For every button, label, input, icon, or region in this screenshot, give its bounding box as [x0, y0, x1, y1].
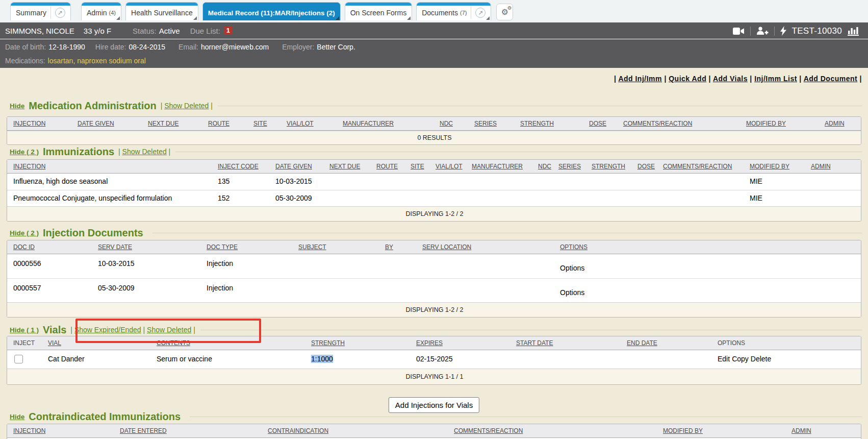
show-deleted-link[interactable]: Show Deleted	[122, 148, 167, 156]
column-header-ndc[interactable]: NDC	[433, 117, 468, 131]
medication-link[interactable]: naproxen sodium oral	[77, 57, 146, 65]
column-header-comments-reaction[interactable]: COMMENTS/REACTION	[617, 117, 740, 131]
table-cell: EditCopyDelete	[711, 350, 861, 369]
action-link-add-inj-imm[interactable]: Add Inj/Imm	[618, 75, 662, 83]
delete-link[interactable]: Delete	[751, 355, 771, 363]
table-cell	[7, 350, 42, 369]
hide-link-vials[interactable]: Hide ( 1 )	[10, 326, 39, 334]
divider	[774, 27, 775, 36]
action-link-inj-imm-list[interactable]: Inj/Imm List	[754, 75, 797, 83]
column-header-comments-reaction[interactable]: COMMENTS/REACTION	[657, 160, 744, 174]
tab-divider	[50, 7, 51, 19]
column-header-date-given[interactable]: DATE GIVEN	[71, 117, 142, 131]
hide-link-medication-administration[interactable]: Hide	[10, 102, 24, 110]
column-header-series[interactable]: SERIES	[468, 117, 514, 131]
column-header-dose[interactable]: DOSE	[583, 117, 617, 131]
column-header-injection[interactable]: INJECTION	[7, 424, 114, 438]
column-header-inject-code[interactable]: INJECT CODE	[212, 160, 269, 174]
column-header-strength[interactable]: STRENGTH	[514, 117, 583, 131]
open-in-new-window-icon[interactable]: ↗	[475, 8, 486, 18]
column-header-date-entered[interactable]: DATE ENTERED	[114, 424, 262, 438]
table-vials: INJECTVIALCONTENTSSTRENGTHEXPIRESSTART D…	[7, 336, 861, 385]
column-header-start-date[interactable]: START DATE	[510, 336, 621, 350]
column-header-doc-type[interactable]: DOC TYPE	[200, 240, 292, 254]
row-checkbox[interactable]	[14, 355, 23, 363]
hide-link-immunizations[interactable]: Hide ( 2 )	[10, 148, 39, 156]
column-header-expires[interactable]: EXPIRES	[410, 336, 510, 350]
column-header-injection[interactable]: INJECTION	[7, 117, 71, 131]
options-link[interactable]: Options	[560, 264, 584, 272]
show-deleted-link[interactable]: Show Deleted	[164, 102, 209, 110]
column-header-next-due[interactable]: NEXT DUE	[142, 117, 202, 131]
column-header-date-given[interactable]: DATE GIVEN	[269, 160, 323, 174]
due-list-badge[interactable]: 1	[224, 27, 233, 35]
table-cell	[466, 190, 532, 206]
column-header-modified-by[interactable]: MODIFIED BY	[744, 160, 805, 174]
hide-link-contraindicated-immunizations[interactable]: Hide	[10, 413, 24, 421]
add-injections-for-vials-button[interactable]: Add Injections for Vials	[389, 397, 479, 413]
tab-medical-record-11-mar-injections-2-[interactable]: Medical Record (11):MAR/Injections (2)	[202, 2, 341, 20]
column-header-admin[interactable]: ADMIN	[785, 424, 861, 438]
medication-link[interactable]: losartan	[48, 57, 73, 65]
column-header-route[interactable]: ROUTE	[202, 117, 247, 131]
column-header-next-due[interactable]: NEXT DUE	[323, 160, 370, 174]
column-header-serv-location[interactable]: SERV LOCATION	[416, 240, 554, 254]
tab-label: Summary	[16, 9, 46, 17]
table-cell: 10-03-2015	[269, 174, 323, 190]
column-header-subject[interactable]: SUBJECT	[292, 240, 379, 254]
lightning-bolt-icon[interactable]	[780, 26, 786, 36]
action-link-add-document[interactable]: Add Document	[804, 75, 858, 83]
column-header-route[interactable]: ROUTE	[370, 160, 404, 174]
tab-health-surveillance[interactable]: Health Surveillance	[125, 2, 198, 20]
column-header-series[interactable]: SERIES	[552, 160, 585, 174]
column-header-vial-lot[interactable]: VIAL/LOT	[429, 160, 466, 174]
options-link[interactable]: Options	[560, 288, 584, 297]
action-link-quick-add[interactable]: Quick Add	[669, 75, 706, 83]
video-camera-icon[interactable]	[733, 27, 745, 35]
edit-link[interactable]: Edit	[718, 355, 730, 363]
add-person-icon[interactable]	[756, 27, 769, 36]
tab-summary[interactable]: Summary↗	[10, 2, 71, 20]
open-in-new-window-icon[interactable]: ↗	[55, 8, 65, 18]
column-header-by[interactable]: BY	[379, 240, 416, 254]
action-link-add-vials[interactable]: Add Vials	[713, 75, 748, 83]
column-header-options[interactable]: OPTIONS	[711, 336, 861, 350]
tab-admin[interactable]: Admin(4)	[81, 2, 121, 20]
column-header-admin[interactable]: ADMIN	[819, 117, 861, 131]
column-header-modified-by[interactable]: MODIFIED BY	[657, 424, 785, 438]
column-header-vial-lot[interactable]: VIAL/LOT	[280, 117, 337, 131]
column-header-admin[interactable]: ADMIN	[805, 160, 861, 174]
column-header-contraindication[interactable]: CONTRAINDICATION	[262, 424, 448, 438]
tab-documents[interactable]: Documents(7)↗	[416, 2, 491, 20]
column-header-inject[interactable]: INJECT	[7, 336, 42, 350]
column-header-modified-by[interactable]: MODIFIED BY	[740, 117, 819, 131]
copy-link[interactable]: Copy	[732, 355, 749, 363]
tab-on-screen-forms[interactable]: On Screen Forms	[345, 2, 412, 20]
patient-age-sex: 33 y/o F	[84, 27, 111, 35]
column-header-manufacturer[interactable]: MANUFACTURER	[466, 160, 532, 174]
settings-button[interactable]: ⚙⚙	[496, 4, 513, 20]
hide-link-injection-documents[interactable]: Hide ( 2 )	[10, 229, 39, 237]
column-header-site[interactable]: SITE	[404, 160, 429, 174]
column-header-serv-date[interactable]: SERV DATE	[92, 240, 200, 254]
column-header-manufacturer[interactable]: MANUFACTURER	[337, 117, 433, 131]
column-header-doc-id[interactable]: DOC ID	[7, 240, 92, 254]
table-cell: Pneumococcal Conjugate, unspecified form…	[7, 190, 212, 206]
bar-chart-icon[interactable]	[848, 26, 861, 36]
patient-banner: SIMMONS, NICOLE 33 y/o F Status: Active …	[0, 22, 868, 68]
column-header-site[interactable]: SITE	[247, 117, 280, 131]
column-header-options[interactable]: OPTIONS	[554, 240, 861, 254]
tab-menu-corner	[486, 16, 490, 20]
section-heading-injection-documents: Injection Documents	[43, 227, 143, 239]
column-header-strength[interactable]: STRENGTH	[305, 336, 410, 350]
table-cell	[552, 174, 585, 190]
column-header-end-date[interactable]: END DATE	[621, 336, 711, 350]
column-header-strength[interactable]: STRENGTH	[585, 160, 631, 174]
table-footer-text: 0 RESULTS	[7, 131, 861, 144]
column-header-injection[interactable]: INJECTION	[7, 160, 212, 174]
table-cell	[429, 174, 466, 190]
column-header-ndc[interactable]: NDC	[532, 160, 552, 174]
table-row: Influenza, high dose seasonal13510-03-20…	[7, 174, 861, 190]
column-header-comments-reaction[interactable]: COMMENTS/REACTION	[448, 424, 657, 438]
column-header-dose[interactable]: DOSE	[631, 160, 657, 174]
